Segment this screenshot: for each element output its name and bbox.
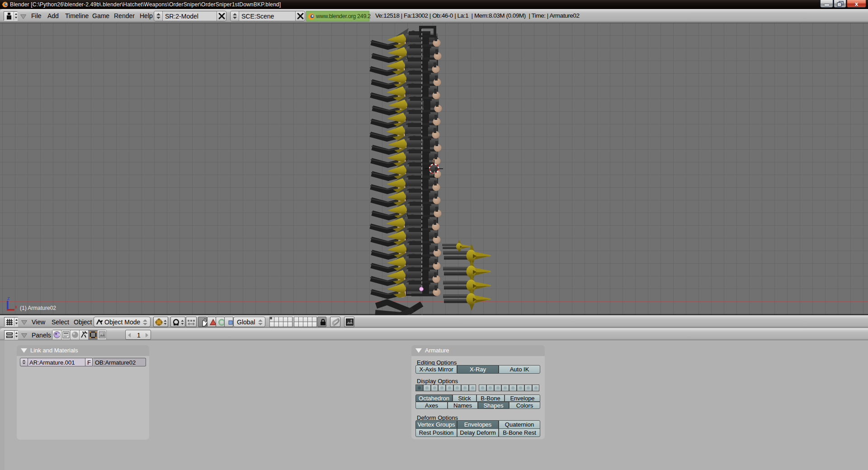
svg-text:z: z (7, 295, 10, 301)
svg-text:x: x (15, 304, 18, 309)
